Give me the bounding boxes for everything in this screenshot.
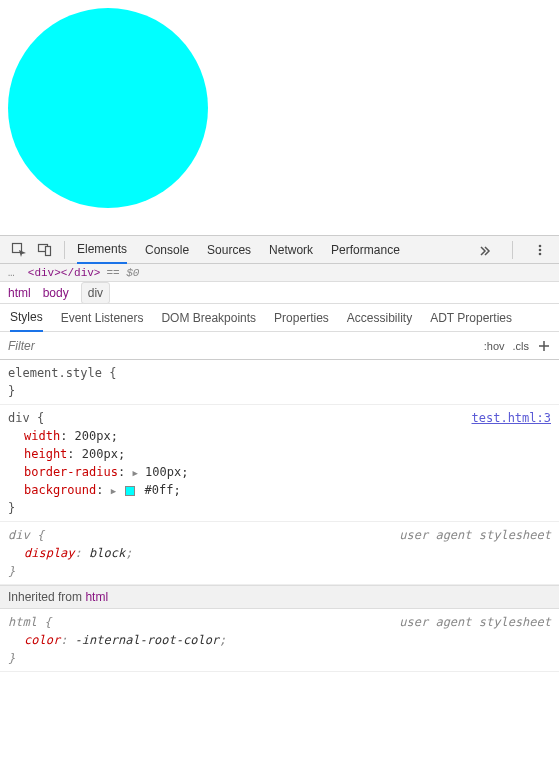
colon: : bbox=[118, 465, 125, 479]
inherited-from-tag[interactable]: html bbox=[85, 590, 108, 604]
svg-point-3 bbox=[539, 244, 542, 247]
selector: div bbox=[8, 528, 30, 542]
main-tabs: Elements Console Sources Network Perform… bbox=[71, 236, 472, 264]
toolbar-separator bbox=[64, 241, 65, 259]
dom-tag: <div> bbox=[28, 267, 61, 279]
prop-background[interactable]: background: ▶ #0ff; bbox=[8, 481, 551, 499]
inspect-icon[interactable] bbox=[6, 237, 32, 263]
cls-toggle[interactable]: .cls bbox=[513, 340, 530, 352]
subtab-adt-properties[interactable]: ADT Properties bbox=[430, 305, 512, 331]
prop-name: width bbox=[24, 429, 60, 443]
colon: : bbox=[67, 447, 74, 461]
device-toggle-icon[interactable] bbox=[32, 237, 58, 263]
color-swatch-icon[interactable] bbox=[125, 486, 135, 496]
breadcrumb-html[interactable]: html bbox=[8, 286, 31, 300]
prop-value: 200px bbox=[75, 429, 111, 443]
semicolon: ; bbox=[174, 483, 181, 497]
breadcrumb-div[interactable]: div bbox=[81, 282, 110, 304]
subtab-styles[interactable]: Styles bbox=[10, 304, 43, 332]
source-link: user agent stylesheet bbox=[399, 526, 551, 544]
colon: : bbox=[96, 483, 103, 497]
rule-html-ua[interactable]: user agent stylesheet html { color: -int… bbox=[0, 609, 559, 672]
tab-elements[interactable]: Elements bbox=[77, 236, 127, 264]
prop-height[interactable]: height: 200px; bbox=[8, 445, 551, 463]
svg-point-4 bbox=[539, 248, 542, 251]
selector: element.style bbox=[8, 366, 102, 380]
breadcrumb-body[interactable]: body bbox=[43, 286, 69, 300]
breadcrumb: html body div bbox=[0, 282, 559, 304]
prop-color[interactable]: color: -internal-root-color; bbox=[8, 631, 551, 649]
dom-selected-node[interactable]: … <div></div> == $0 bbox=[0, 264, 559, 282]
prop-name: border-radius bbox=[24, 465, 118, 479]
tab-console[interactable]: Console bbox=[145, 237, 189, 263]
prop-width[interactable]: width: 200px; bbox=[8, 427, 551, 445]
filter-input[interactable] bbox=[0, 333, 476, 359]
tab-network[interactable]: Network bbox=[269, 237, 313, 263]
colon: : bbox=[60, 633, 67, 647]
prop-value: block bbox=[89, 546, 125, 560]
inherited-label: Inherited from bbox=[8, 590, 85, 604]
prop-display[interactable]: display: block; bbox=[8, 544, 551, 562]
prop-value: 200px bbox=[82, 447, 118, 461]
toolbar-separator bbox=[512, 241, 513, 259]
styles-pane: element.style { } test.html:3 div { widt… bbox=[0, 360, 559, 672]
rule-div-ua[interactable]: user agent stylesheet div { display: blo… bbox=[0, 522, 559, 585]
tab-performance[interactable]: Performance bbox=[331, 237, 400, 263]
semicolon: ; bbox=[181, 465, 188, 479]
styles-subtabs: Styles Event Listeners DOM Breakpoints P… bbox=[0, 304, 559, 332]
prop-value: -internal-root-color bbox=[75, 633, 220, 647]
subtab-event-listeners[interactable]: Event Listeners bbox=[61, 305, 144, 331]
semicolon: ; bbox=[111, 429, 118, 443]
semicolon: ; bbox=[219, 633, 226, 647]
hov-toggle[interactable]: :hov bbox=[484, 340, 505, 352]
rule-div-author[interactable]: test.html:3 div { width: 200px; height: … bbox=[0, 405, 559, 522]
brace-open: { bbox=[109, 366, 116, 380]
prop-name: background bbox=[24, 483, 96, 497]
dom-tag-close: </div> bbox=[61, 267, 101, 279]
prop-name: height bbox=[24, 447, 67, 461]
brace-close: } bbox=[8, 651, 15, 665]
brace-open: { bbox=[37, 411, 44, 425]
filter-row: :hov .cls bbox=[0, 332, 559, 360]
dom-console-ref: == $0 bbox=[106, 267, 139, 279]
kebab-menu-icon[interactable] bbox=[527, 237, 553, 263]
svg-rect-2 bbox=[46, 246, 51, 255]
rendered-circle bbox=[8, 8, 208, 208]
colon: : bbox=[60, 429, 67, 443]
subtab-dom-breakpoints[interactable]: DOM Breakpoints bbox=[161, 305, 256, 331]
selector: html bbox=[8, 615, 37, 629]
page-viewport bbox=[0, 0, 559, 236]
prop-name: display bbox=[24, 546, 75, 560]
brace-close: } bbox=[8, 501, 15, 515]
semicolon: ; bbox=[118, 447, 125, 461]
brace-close: } bbox=[8, 564, 15, 578]
brace-open: { bbox=[44, 615, 51, 629]
source-link[interactable]: test.html:3 bbox=[472, 409, 551, 427]
selector: div bbox=[8, 411, 30, 425]
expand-icon[interactable]: ▶ bbox=[111, 485, 116, 499]
svg-point-5 bbox=[539, 252, 542, 255]
expand-icon[interactable]: ▶ bbox=[132, 467, 137, 481]
colon: : bbox=[75, 546, 82, 560]
source-link: user agent stylesheet bbox=[399, 613, 551, 631]
more-tabs-icon[interactable] bbox=[472, 237, 498, 263]
brace-open: { bbox=[37, 528, 44, 542]
prop-value: #0ff bbox=[145, 483, 174, 497]
subtab-accessibility[interactable]: Accessibility bbox=[347, 305, 412, 331]
inherited-header: Inherited from html bbox=[0, 585, 559, 609]
semicolon: ; bbox=[125, 546, 132, 560]
prop-border-radius[interactable]: border-radius: ▶ 100px; bbox=[8, 463, 551, 481]
prop-value: 100px bbox=[145, 465, 181, 479]
tab-sources[interactable]: Sources bbox=[207, 237, 251, 263]
devtools-toolbar: Elements Console Sources Network Perform… bbox=[0, 236, 559, 264]
subtab-properties[interactable]: Properties bbox=[274, 305, 329, 331]
prop-name: color bbox=[24, 633, 60, 647]
rule-element-style[interactable]: element.style { } bbox=[0, 360, 559, 405]
ellipsis-icon: … bbox=[8, 267, 28, 279]
new-style-rule-icon[interactable] bbox=[537, 339, 551, 353]
brace-close: } bbox=[8, 384, 15, 398]
